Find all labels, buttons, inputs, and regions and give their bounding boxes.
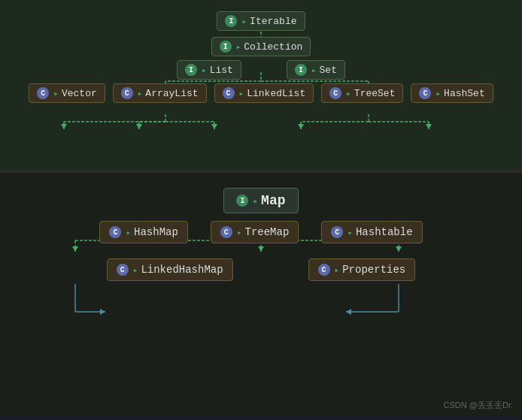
arrow-icon: ▸ bbox=[239, 89, 244, 98]
arraylist-label: ArrayList bbox=[145, 88, 198, 99]
properties-label: Properties bbox=[342, 264, 405, 276]
svg-marker-33 bbox=[396, 246, 402, 252]
linkedlist-icon: C bbox=[223, 87, 235, 99]
arrow-icon: ▸ bbox=[253, 196, 258, 206]
arrow-icon: ▸ bbox=[311, 65, 317, 75]
properties-icon: C bbox=[318, 264, 330, 276]
map-implementations-row: C ▸ HashMap C ▸ TreeMap C ▸ Hashtable bbox=[99, 221, 422, 243]
arrow-icon: ▸ bbox=[53, 89, 59, 98]
collection-row: I ▸ Collection bbox=[211, 37, 311, 56]
list-label: List bbox=[210, 65, 233, 76]
treemap-node: C ▸ TreeMap bbox=[211, 221, 299, 243]
map-icon: I bbox=[236, 195, 248, 207]
set-icon: I bbox=[295, 64, 307, 76]
hashmap-label: HashMap bbox=[134, 226, 178, 238]
svg-marker-31 bbox=[258, 246, 264, 252]
svg-marker-15 bbox=[136, 124, 142, 129]
hashset-node: C ▸ HashSet bbox=[411, 83, 493, 103]
set-node: I ▸ Set bbox=[287, 60, 345, 80]
svg-marker-22 bbox=[298, 124, 304, 129]
map-node: I ▸ Map bbox=[223, 188, 298, 213]
implementations-row: C ▸ Vector C ▸ ArrayList C ▸ LinkedList … bbox=[29, 83, 493, 103]
treeset-label: TreeSet bbox=[354, 88, 396, 99]
iterable-icon: I bbox=[225, 15, 237, 27]
treeset-node: C ▸ TreeSet bbox=[321, 83, 403, 103]
hashtable-node: C ▸ Hashtable bbox=[321, 221, 422, 243]
linkedlist-label: LinkedList bbox=[247, 88, 305, 99]
treemap-label: TreeMap bbox=[245, 226, 290, 238]
linkedlist-node: C ▸ LinkedList bbox=[214, 83, 314, 103]
map-row: I ▸ Map bbox=[223, 188, 298, 213]
arrow-icon: ▸ bbox=[236, 42, 241, 52]
list-node: I ▸ List bbox=[177, 60, 241, 80]
svg-marker-36 bbox=[100, 309, 105, 315]
hashset-icon: C bbox=[419, 87, 431, 99]
hashmap-node: C ▸ HashMap bbox=[99, 221, 187, 243]
hashtable-label: Hashtable bbox=[356, 226, 413, 238]
treeset-icon: C bbox=[329, 87, 341, 99]
linkedhashmap-icon: C bbox=[117, 264, 129, 276]
collection-icon: I bbox=[220, 41, 232, 53]
properties-node: C ▸ Properties bbox=[308, 258, 416, 281]
svg-marker-39 bbox=[346, 309, 351, 315]
vector-node: C ▸ Vector bbox=[29, 83, 105, 103]
linkedhashmap-node: C ▸ LinkedHashMap bbox=[107, 258, 233, 281]
svg-marker-29 bbox=[72, 246, 78, 252]
svg-marker-12 bbox=[61, 124, 67, 129]
arrow-icon: ▸ bbox=[347, 228, 353, 237]
bottom-panel: I ▸ Map C ▸ HashMap C ▸ TreeMap C ▸ Hash… bbox=[0, 173, 522, 417]
iterable-node: I ▸ Iterable bbox=[217, 11, 305, 31]
hashtable-icon: C bbox=[331, 226, 343, 238]
set-label: Set bbox=[320, 65, 337, 76]
arrow-icon: ▸ bbox=[346, 89, 351, 98]
arraylist-icon: C bbox=[121, 87, 133, 99]
linkedhashmap-label: LinkedHashMap bbox=[141, 264, 223, 276]
top-panel: I ▸ Iterable I ▸ Collection I ▸ List I ▸… bbox=[0, 0, 522, 173]
hashmap-icon: C bbox=[109, 226, 121, 238]
svg-marker-25 bbox=[426, 124, 432, 129]
iterable-label: Iterable bbox=[250, 16, 296, 27]
extended-row: C ▸ LinkedHashMap C ▸ Properties bbox=[107, 258, 415, 281]
arraylist-node: C ▸ ArrayList bbox=[113, 83, 207, 103]
hashset-label: HashSet bbox=[444, 88, 485, 99]
arrow-icon: ▸ bbox=[436, 89, 441, 98]
arrow-icon: ▸ bbox=[133, 265, 138, 275]
arrow-icon: ▸ bbox=[237, 228, 242, 237]
vector-label: Vector bbox=[62, 88, 97, 99]
treemap-icon: C bbox=[220, 226, 232, 238]
svg-marker-18 bbox=[211, 124, 217, 129]
arrow-icon: ▸ bbox=[138, 89, 143, 98]
collection-node: I ▸ Collection bbox=[211, 37, 311, 56]
vector-icon: C bbox=[37, 87, 49, 99]
list-icon: I bbox=[185, 64, 197, 76]
arrow-icon: ▸ bbox=[335, 265, 340, 275]
arrow-icon: ▸ bbox=[241, 17, 247, 26]
watermark: CSDN @丢丢丢Dr. bbox=[444, 400, 513, 411]
arrow-icon: ▸ bbox=[126, 228, 131, 237]
map-label: Map bbox=[261, 193, 285, 208]
collection-label: Collection bbox=[244, 41, 302, 53]
arrow-icon: ▸ bbox=[202, 65, 207, 75]
list-set-row: I ▸ List I ▸ Set bbox=[177, 60, 345, 80]
iterable-row: I ▸ Iterable bbox=[217, 11, 305, 31]
